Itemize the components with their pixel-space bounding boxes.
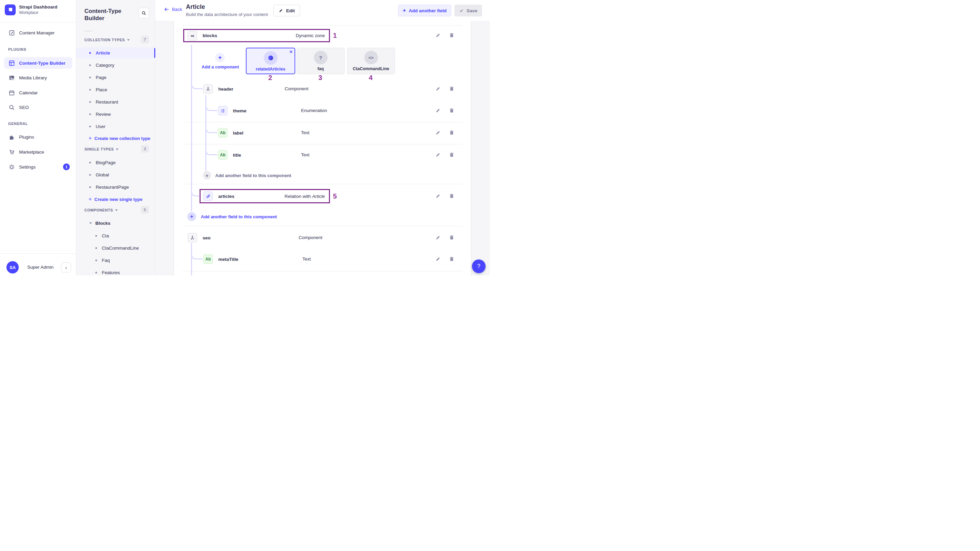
create-single-type-link[interactable]: + Create new single type	[89, 196, 142, 202]
sidebar-item-seo[interactable]: SEO	[4, 102, 72, 113]
subnav-item-ctacommandline[interactable]: CtaCommandLine	[76, 242, 155, 254]
annotation-number-4: 4	[369, 74, 372, 82]
subnav-item-blogpage[interactable]: BlogPage	[76, 157, 155, 168]
edit-field-button[interactable]	[435, 235, 441, 240]
gear-icon	[8, 164, 15, 170]
delete-field-button[interactable]	[449, 86, 455, 92]
tree-elbow-label	[205, 128, 217, 133]
add-field-to-component-button[interactable]: +	[187, 212, 196, 221]
help-icon: ?	[477, 263, 480, 270]
edit-field-button[interactable]	[435, 108, 441, 113]
subnav-item-category[interactable]: Category	[76, 60, 155, 71]
row-actions	[435, 32, 455, 38]
subnav-item-place[interactable]: Place	[76, 84, 155, 96]
sidebar-item-media-library[interactable]: Media Library	[4, 72, 72, 83]
delete-field-button[interactable]	[449, 108, 455, 113]
tree-elbow-articles	[191, 191, 199, 196]
user-avatar[interactable]: SA	[6, 261, 19, 274]
field-type: Text	[301, 130, 310, 135]
delete-field-button[interactable]	[449, 32, 455, 38]
subnav-item-cta[interactable]: Cta	[76, 230, 155, 242]
field-name: articles	[218, 194, 234, 199]
edit-button[interactable]: Edit	[274, 5, 300, 16]
sidebar-item-content-manager[interactable]: Content Manager	[4, 27, 72, 38]
plus-icon: +	[89, 135, 92, 141]
subnav-item-review[interactable]: Review	[76, 108, 155, 120]
sidebar-item-content-type-builder[interactable]: Content-Type Builder	[4, 57, 72, 69]
sidebar-item-calendar[interactable]: Calendar	[4, 87, 72, 99]
chevron-down-icon	[116, 148, 118, 150]
single-types-count: 3	[141, 145, 149, 153]
sidebar-item-label: Settings	[19, 164, 36, 170]
annotation-box-articles: articles Relation with Article	[200, 189, 330, 203]
subnav-item-faq[interactable]: Faq	[76, 255, 155, 266]
add-field-to-component-label[interactable]: Add another field to this component	[201, 214, 277, 219]
bullet-icon	[89, 113, 91, 115]
subnav-item-user[interactable]: User	[76, 121, 155, 132]
save-button[interactable]: Save	[455, 5, 482, 16]
bullet-icon	[95, 247, 97, 249]
component-card-ctacommandline[interactable]: <> CtaCommandLine	[347, 48, 395, 74]
bullet-icon	[89, 174, 91, 176]
help-button[interactable]: ?	[472, 260, 485, 273]
edit-field-button[interactable]	[435, 130, 441, 135]
add-component-label[interactable]: Add a component	[194, 64, 246, 70]
collection-types-heading[interactable]: COLLECTION TYPES	[84, 38, 130, 42]
relation-icon	[203, 191, 213, 201]
subnav-item-restaurantpage[interactable]: RestaurantPage	[76, 182, 155, 193]
sidebar-item-settings[interactable]: Settings	[4, 161, 72, 173]
bullet-icon	[95, 272, 97, 274]
add-field-to-component-button[interactable]: +	[203, 171, 211, 180]
field-type: Enumeration	[301, 108, 327, 113]
subnav-item-restaurant[interactable]: Restaurant	[76, 96, 155, 108]
add-field-to-component-label[interactable]: Add another field to this component	[215, 173, 291, 178]
component-card-relatedarticles[interactable]: × relatedArticles	[246, 48, 295, 74]
brand-subtitle: Workplace	[19, 10, 57, 16]
sidebar-collapse-button[interactable]: ‹	[61, 262, 71, 272]
search-button[interactable]	[138, 8, 149, 18]
add-component-button[interactable]: +	[215, 53, 225, 62]
single-types-heading[interactable]: SINGLE TYPES	[84, 147, 118, 151]
delete-field-button[interactable]	[449, 193, 455, 199]
settings-notification-badge: 1	[63, 164, 70, 170]
edit-field-button[interactable]	[435, 256, 441, 262]
delete-field-button[interactable]	[449, 152, 455, 158]
components-heading[interactable]: COMPONENTS	[84, 208, 118, 212]
main-sidebar: Strapi Dashboard Workplace Content Manag…	[0, 0, 76, 276]
field-type: Text	[302, 256, 311, 261]
sidebar-item-marketplace[interactable]: Marketplace	[4, 146, 72, 158]
edit-field-button[interactable]	[435, 86, 441, 92]
edit-field-button[interactable]	[435, 152, 441, 158]
field-name: label	[233, 131, 243, 135]
delete-field-button[interactable]	[449, 130, 455, 135]
annotation-number-5: 5	[333, 193, 337, 200]
cube-icon	[264, 51, 277, 65]
field-row-metatitle: Ab metaTitle	[203, 253, 239, 265]
component-icon	[203, 84, 213, 94]
sidebar-item-plugins[interactable]: Plugins	[4, 131, 72, 143]
relation-target: Article	[312, 194, 325, 199]
bullet-icon	[89, 64, 91, 66]
field-name: header	[218, 86, 233, 92]
components-count: 5	[141, 206, 149, 213]
close-icon[interactable]: ×	[290, 49, 293, 54]
subnav-item-page[interactable]: Page	[76, 72, 155, 83]
plugins-section-heading: PLUGINS	[8, 47, 26, 51]
add-another-field-button[interactable]: + Add another field	[398, 5, 451, 16]
subnav-item-global[interactable]: Global	[76, 169, 155, 180]
edit-field-button[interactable]	[435, 32, 441, 38]
edit-field-button[interactable]	[435, 193, 441, 199]
components-group-blocks[interactable]: Blocks	[89, 221, 110, 226]
back-link[interactable]: Back	[164, 6, 182, 12]
create-collection-type-link[interactable]: + Create new collection type	[89, 135, 150, 141]
subnav-item-features[interactable]: Features	[76, 267, 155, 276]
delete-field-button[interactable]	[449, 235, 455, 240]
subnav-item-article[interactable]: Article	[76, 47, 155, 59]
text-field-icon: Ab	[218, 128, 228, 138]
content-type-builder-subnav: Content-Type Builder COLLECTION TYPES 7 …	[76, 0, 155, 276]
row-divider	[183, 184, 462, 184]
delete-field-button[interactable]	[449, 256, 455, 262]
component-card-faq[interactable]: ? faq	[297, 48, 345, 74]
brand-title: Strapi Dashboard	[19, 5, 57, 10]
brand[interactable]: Strapi Dashboard Workplace	[5, 5, 57, 15]
